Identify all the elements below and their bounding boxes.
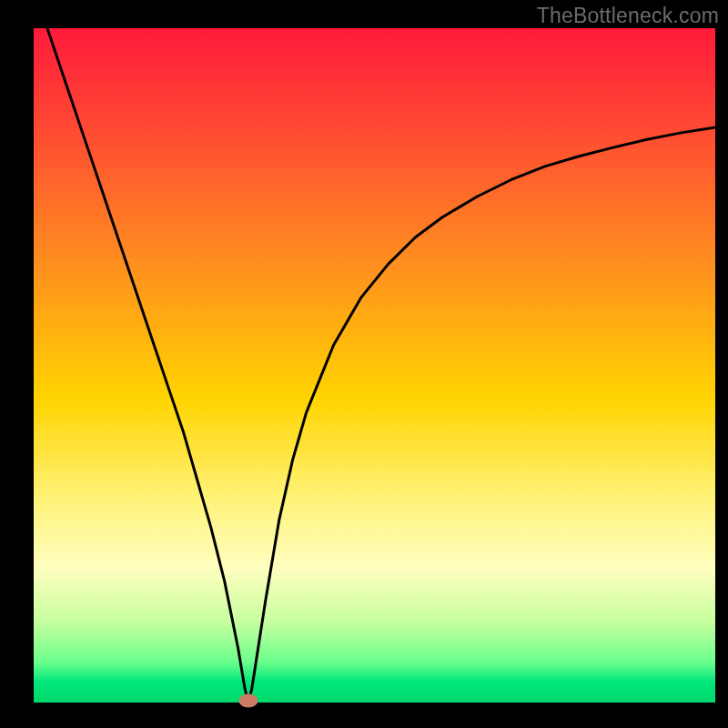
chart-svg bbox=[0, 0, 728, 728]
chart-container: TheBottleneck.com bbox=[0, 0, 728, 728]
marker-dot bbox=[238, 694, 258, 708]
plot-area bbox=[34, 28, 715, 703]
watermark-text: TheBottleneck.com bbox=[537, 4, 719, 28]
